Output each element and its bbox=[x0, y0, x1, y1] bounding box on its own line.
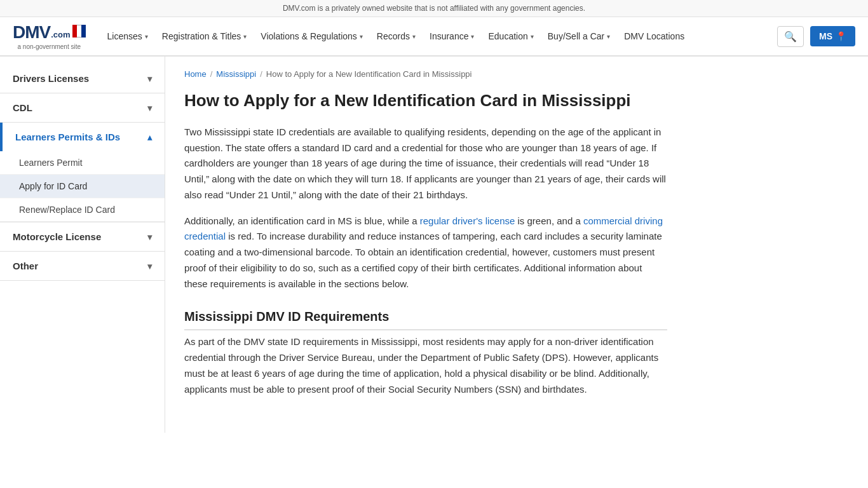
p2-text-2: is green, and a bbox=[518, 215, 583, 226]
breadcrumb: Home / Mississippi / How to Apply for a … bbox=[184, 69, 667, 79]
logo-dmv-text: DMV bbox=[13, 22, 50, 43]
p2-text-1: Additionally, an identification card in … bbox=[184, 215, 420, 226]
sidebar-section-header-cdl[interactable]: CDL ▾ bbox=[0, 93, 165, 122]
nav-licenses-arrow: ▾ bbox=[145, 33, 148, 40]
sidebar-learners-permits-ids-label: Learners Permits & IDs bbox=[15, 132, 120, 142]
breadcrumb-mississippi[interactable]: Mississippi bbox=[216, 69, 256, 79]
sidebar-section-header-drivers-licenses[interactable]: Drivers Licenses ▾ bbox=[0, 64, 165, 93]
sidebar-cdl-arrow: ▾ bbox=[147, 103, 152, 113]
breadcrumb-sep-2: / bbox=[260, 69, 262, 79]
nav-buy-sell-arrow: ▾ bbox=[607, 33, 610, 40]
sidebar: Drivers Licenses ▾ CDL ▾ Learners Permit… bbox=[0, 57, 165, 433]
content-area: Home / Mississippi / How to Apply for a … bbox=[165, 57, 686, 433]
sidebar-cdl-label: CDL bbox=[13, 102, 32, 113]
sidebar-other-label: Other bbox=[13, 261, 38, 271]
sidebar-motorcycle-license-arrow: ▾ bbox=[147, 232, 152, 242]
sidebar-section-learners-permits-ids: Learners Permits & IDs ▴ Learners Permit… bbox=[0, 123, 165, 222]
sidebar-subitem-renew-replace-id[interactable]: Renew/Replace ID Card bbox=[0, 198, 165, 222]
sidebar-section-cdl: CDL ▾ bbox=[0, 93, 165, 123]
nav-education-arrow: ▾ bbox=[531, 33, 534, 40]
nav-education[interactable]: Education ▾ bbox=[482, 26, 539, 46]
search-button[interactable]: 🔍 bbox=[777, 26, 804, 47]
sidebar-submenu-learners-permits-ids: Learners Permit Apply for ID Card Renew/… bbox=[0, 151, 165, 222]
logo[interactable]: DMV .com a non-government site bbox=[13, 22, 86, 50]
sidebar-section-motorcycle-license: Motorcycle License ▾ bbox=[0, 222, 165, 252]
p2-text-3: is red. To increase durability and reduc… bbox=[184, 231, 662, 288]
top-banner: DMV.com is a privately owned website tha… bbox=[0, 0, 868, 17]
sidebar-other-arrow: ▾ bbox=[147, 261, 152, 271]
requirements-paragraph-1: As part of the DMV state ID requirements… bbox=[184, 334, 667, 397]
breadcrumb-sep-1: / bbox=[210, 69, 213, 79]
nav-insurance[interactable]: Insurance ▾ bbox=[423, 26, 480, 46]
link-regular-drivers-license[interactable]: regular driver's license bbox=[420, 215, 515, 226]
sidebar-learners-permits-ids-arrow: ▴ bbox=[147, 132, 152, 142]
nav-violations-regulations[interactable]: Violations & Regulations ▾ bbox=[254, 26, 369, 46]
sidebar-section-drivers-licenses: Drivers Licenses ▾ bbox=[0, 64, 165, 93]
state-selector-button[interactable]: MS 📍 bbox=[810, 26, 855, 46]
location-pin-icon: 📍 bbox=[836, 31, 846, 41]
sidebar-section-header-learners-permits-ids[interactable]: Learners Permits & IDs ▴ bbox=[0, 123, 165, 151]
sidebar-motorcycle-license-label: Motorcycle License bbox=[13, 231, 101, 242]
sidebar-section-header-motorcycle-license[interactable]: Motorcycle License ▾ bbox=[0, 222, 165, 251]
nav-dmv-locations[interactable]: DMV Locations bbox=[618, 26, 691, 46]
breadcrumb-current: How to Apply for a New Identification Ca… bbox=[266, 69, 472, 79]
intro-paragraph-2: Additionally, an identification card in … bbox=[184, 214, 667, 292]
page-title: How to Apply for a New Identification Ca… bbox=[184, 90, 667, 112]
logo-flag-icon bbox=[72, 25, 86, 37]
nav-violations-arrow: ▾ bbox=[360, 33, 363, 40]
header: DMV .com a non-government site Licenses … bbox=[0, 17, 868, 57]
main-layout: Drivers Licenses ▾ CDL ▾ Learners Permit… bbox=[0, 57, 868, 433]
content-body: Two Mississippi state ID credentials are… bbox=[184, 125, 667, 398]
sidebar-drivers-licenses-arrow: ▾ bbox=[147, 74, 152, 84]
logo-subtext: a non-government site bbox=[18, 43, 81, 50]
nav-registration-arrow: ▾ bbox=[243, 33, 247, 40]
nav-licenses[interactable]: Licenses ▾ bbox=[101, 26, 154, 46]
state-code: MS bbox=[819, 31, 832, 41]
sidebar-section-header-other[interactable]: Other ▾ bbox=[0, 252, 165, 280]
nav-records[interactable]: Records ▾ bbox=[370, 26, 422, 46]
sidebar-subitem-learners-permit[interactable]: Learners Permit bbox=[0, 151, 165, 175]
sidebar-subitem-apply-id-card[interactable]: Apply for ID Card bbox=[0, 175, 165, 198]
nav-buy-sell-car[interactable]: Buy/Sell a Car ▾ bbox=[541, 26, 616, 46]
logo-com-text: .com bbox=[51, 30, 70, 39]
sidebar-drivers-licenses-label: Drivers Licenses bbox=[13, 73, 89, 84]
sidebar-section-other: Other ▾ bbox=[0, 252, 165, 281]
section-heading-requirements: Mississippi DMV ID Requirements bbox=[184, 309, 667, 330]
breadcrumb-home[interactable]: Home bbox=[184, 69, 207, 79]
intro-paragraph-1: Two Mississippi state ID credentials are… bbox=[184, 125, 667, 203]
main-nav: Licenses ▾ Registration & Titles ▾ Viola… bbox=[101, 26, 777, 46]
header-right: 🔍 MS 📍 bbox=[777, 26, 855, 47]
nav-registration-titles[interactable]: Registration & Titles ▾ bbox=[156, 26, 254, 46]
nav-records-arrow: ▾ bbox=[412, 33, 416, 40]
nav-insurance-arrow: ▾ bbox=[471, 33, 474, 40]
